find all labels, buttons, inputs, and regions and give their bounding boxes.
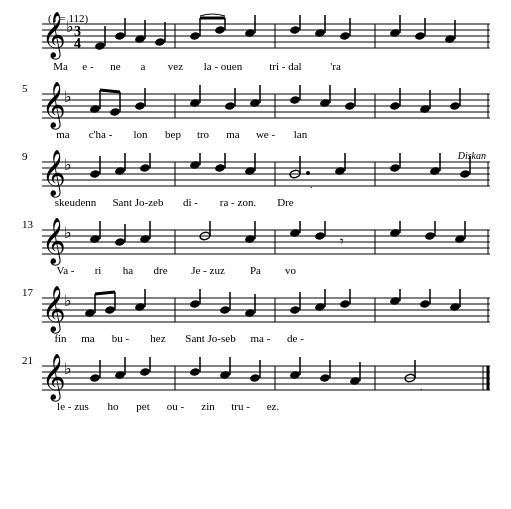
system-3: 9 Diskan 𝄞 ♭ xyxy=(20,148,491,212)
lyrics-row-3: skeudenn Sant Jo-zeb di - ra - zon. Dre xyxy=(20,196,491,208)
lyric-5-6: ma - xyxy=(243,332,278,344)
svg-point-87 xyxy=(89,169,100,178)
lyric-1-5: vez xyxy=(158,60,193,72)
lyric-2-5: tro xyxy=(188,128,218,140)
lyric-4-7: vo xyxy=(273,264,308,276)
svg-text:♭: ♭ xyxy=(64,292,72,309)
svg-line-158 xyxy=(95,292,115,294)
svg-point-156 xyxy=(104,305,115,314)
measure-number-21: 21 xyxy=(22,354,33,366)
lyric-2-8: lan xyxy=(283,128,318,140)
svg-point-60 xyxy=(224,101,235,110)
svg-text:𝄞: 𝄞 xyxy=(42,354,66,402)
svg-point-55 xyxy=(134,101,145,110)
svg-point-163 xyxy=(219,305,230,314)
lyric-6-4: ou - xyxy=(158,400,193,412)
lyric-2-1: ma xyxy=(48,128,78,140)
svg-point-95 xyxy=(214,163,225,172)
staff-5: 𝄞 ♭ xyxy=(20,284,491,334)
lyric-2-3: lon xyxy=(123,128,158,140)
svg-point-64 xyxy=(289,95,300,104)
svg-point-91 xyxy=(139,163,150,172)
staff-1: 𝄞 ♭ 3 4 xyxy=(20,10,491,62)
measure-number-13: 13 xyxy=(22,218,33,230)
measure-number-9: 9 xyxy=(22,150,28,162)
svg-point-108 xyxy=(459,169,470,178)
svg-point-74 xyxy=(449,101,460,110)
lyric-5-4: hez xyxy=(138,332,178,344)
tempo-note: ♩ xyxy=(52,12,57,24)
staff-2: 𝄞 ♭ xyxy=(20,80,491,130)
svg-text:4: 4 xyxy=(74,36,81,51)
staff-4: 𝄞 ♭ xyxy=(20,216,491,266)
lyric-3-4: ra - zon. xyxy=(208,196,268,208)
lyric-2-4: bep xyxy=(158,128,188,140)
lyric-6-5: zin xyxy=(193,400,223,412)
lyric-3-3: di - xyxy=(173,196,208,208)
svg-point-191 xyxy=(89,373,100,382)
lyric-4-2: ri xyxy=(83,264,113,276)
lyric-5-7: de - xyxy=(278,332,313,344)
lyric-1-1: Ma xyxy=(48,60,73,72)
svg-point-195 xyxy=(139,367,150,376)
svg-point-197 xyxy=(189,367,200,376)
lyric-5-5: Sant Jo-seb xyxy=(178,332,243,344)
lyrics-row-6: le - zus ho pet ou - zin tru - ez. xyxy=(20,400,491,412)
lyric-2-2: c'ha - xyxy=(78,128,123,140)
lyric-1-3: ne xyxy=(103,60,128,72)
svg-text:𝄞: 𝄞 xyxy=(42,286,66,334)
svg-point-70 xyxy=(389,101,400,110)
lyric-6-3: pet xyxy=(128,400,158,412)
system-2: 5 𝄞 ♭ xyxy=(20,80,491,144)
svg-point-36 xyxy=(414,31,425,40)
system-5: 17 𝄞 ♭ xyxy=(20,284,491,348)
lyric-2-6: ma xyxy=(218,128,248,140)
lyric-6-6: tru - xyxy=(223,400,258,412)
lyrics-row-5: fin ma bu - hez Sant Jo-seb ma - de - xyxy=(20,332,491,344)
svg-point-23 xyxy=(214,25,225,34)
music-container: (♩ = 112) 𝄞 ♭ 3 4 xyxy=(20,10,491,499)
svg-text:♭: ♭ xyxy=(64,224,72,241)
lyric-4-4: dre xyxy=(143,264,178,276)
lyrics-row-1: Ma e - ne a vez la - ouen tri - dal 'ra xyxy=(20,60,491,72)
tempo-marking: (♩ = 112) xyxy=(48,12,88,25)
svg-text:♭: ♭ xyxy=(64,360,72,377)
lyric-3-2: Sant Jo-zeb xyxy=(103,196,173,208)
svg-point-167 xyxy=(289,305,300,314)
lyric-4-3: ha xyxy=(113,264,143,276)
lyric-1-6: la - ouen xyxy=(193,60,253,72)
svg-point-124 xyxy=(114,237,125,246)
svg-point-139 xyxy=(424,231,435,240)
svg-point-175 xyxy=(419,299,430,308)
svg-point-205 xyxy=(319,373,330,382)
staff-3: 𝄞 ♭ xyxy=(20,148,491,198)
svg-text:.: . xyxy=(420,381,423,392)
svg-point-68 xyxy=(344,101,355,110)
lyric-6-1: le - zus xyxy=(48,400,98,412)
measure-number-5: 5 xyxy=(22,82,28,94)
lyric-6-2: ho xyxy=(98,400,128,412)
svg-text:.: . xyxy=(310,179,313,190)
svg-text:𝄞: 𝄞 xyxy=(42,218,66,266)
svg-point-28 xyxy=(289,25,300,34)
lyric-1-4: a xyxy=(128,60,158,72)
svg-text:𝄾: 𝄾 xyxy=(340,238,344,244)
svg-point-15 xyxy=(114,31,125,40)
lyric-2-7: we - xyxy=(248,128,283,140)
svg-point-161 xyxy=(189,299,200,308)
svg-point-53 xyxy=(109,107,120,116)
svg-point-104 xyxy=(389,163,400,172)
diskan-label: Diskan xyxy=(458,150,486,161)
lyric-6-7: ez. xyxy=(258,400,288,412)
svg-text:♭: ♭ xyxy=(64,88,72,105)
svg-point-101 xyxy=(306,171,310,175)
lyric-3-5: Dre xyxy=(268,196,303,208)
staff-6: 𝄞 ♭ xyxy=(20,352,491,402)
system-6: 21 𝄞 ♭ xyxy=(20,352,491,416)
lyric-1-7: tri - dal xyxy=(253,60,318,72)
svg-point-13 xyxy=(94,41,105,50)
svg-line-57 xyxy=(100,90,120,92)
lyric-4-1: Va - xyxy=(48,264,83,276)
svg-point-171 xyxy=(339,299,350,308)
svg-text:𝄞: 𝄞 xyxy=(42,82,66,130)
